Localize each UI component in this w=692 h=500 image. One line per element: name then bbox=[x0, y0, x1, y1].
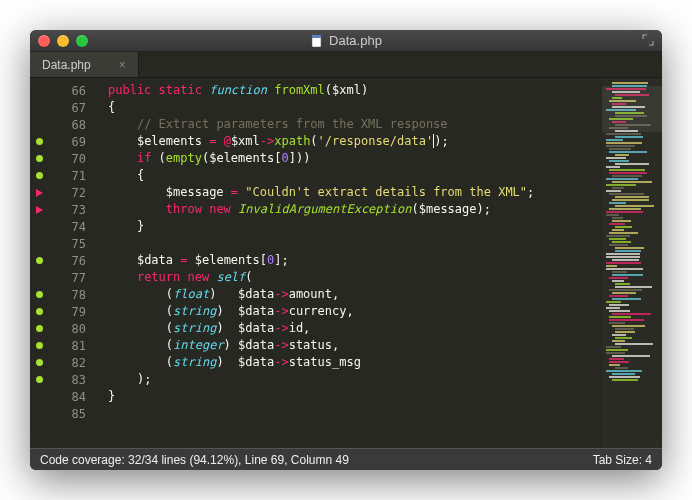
gutter-row[interactable]: 81 bbox=[30, 337, 100, 354]
coverage-covered-icon bbox=[36, 376, 43, 383]
tab-label: Data.php bbox=[42, 58, 91, 72]
line-number: 74 bbox=[48, 220, 100, 234]
gutter[interactable]: 6667686970717273747576777879808182838485 bbox=[30, 78, 100, 448]
traffic-lights bbox=[38, 35, 88, 47]
line-number: 67 bbox=[48, 101, 100, 115]
code-line[interactable]: throw new InvalidArgumentException($mess… bbox=[108, 201, 602, 218]
coverage-covered-icon bbox=[36, 172, 43, 179]
line-number: 76 bbox=[48, 254, 100, 268]
line-number: 85 bbox=[48, 407, 100, 421]
gutter-row[interactable]: 85 bbox=[30, 405, 100, 422]
coverage-covered-icon bbox=[36, 342, 43, 349]
editor-area: 6667686970717273747576777879808182838485… bbox=[30, 78, 662, 448]
gutter-row[interactable]: 66 bbox=[30, 82, 100, 99]
code-line[interactable]: (integer) $data->status, bbox=[108, 337, 602, 354]
line-number: 83 bbox=[48, 373, 100, 387]
line-number: 73 bbox=[48, 203, 100, 217]
line-number: 77 bbox=[48, 271, 100, 285]
gutter-row[interactable]: 74 bbox=[30, 218, 100, 235]
code-line[interactable]: $elements = @$xml->xpath('/response/data… bbox=[108, 133, 602, 150]
gutter-row[interactable]: 83 bbox=[30, 371, 100, 388]
minimap-viewport[interactable] bbox=[602, 86, 662, 132]
line-number: 70 bbox=[48, 152, 100, 166]
minimize-icon[interactable] bbox=[57, 35, 69, 47]
minimap[interactable] bbox=[602, 78, 662, 448]
line-number: 69 bbox=[48, 135, 100, 149]
gutter-row[interactable]: 68 bbox=[30, 116, 100, 133]
line-number: 84 bbox=[48, 390, 100, 404]
status-left[interactable]: Code coverage: 32/34 lines (94.12%), Lin… bbox=[40, 453, 349, 467]
line-number: 66 bbox=[48, 84, 100, 98]
gutter-row[interactable]: 77 bbox=[30, 269, 100, 286]
code-line[interactable]: $data = $elements[0]; bbox=[108, 252, 602, 269]
coverage-covered-icon bbox=[36, 155, 43, 162]
line-number: 79 bbox=[48, 305, 100, 319]
code-line[interactable]: { bbox=[108, 167, 602, 184]
gutter-row[interactable]: 70 bbox=[30, 150, 100, 167]
line-number: 81 bbox=[48, 339, 100, 353]
code-line[interactable]: return new self( bbox=[108, 269, 602, 286]
tab-data-php[interactable]: Data.php × bbox=[30, 52, 139, 77]
code-line[interactable]: (float) $data->amount, bbox=[108, 286, 602, 303]
document-icon bbox=[310, 34, 324, 48]
code-editor[interactable]: public static function fromXml($xml){ //… bbox=[100, 78, 602, 448]
line-number: 72 bbox=[48, 186, 100, 200]
coverage-covered-icon bbox=[36, 325, 43, 332]
svg-rect-0 bbox=[312, 35, 321, 47]
close-icon[interactable] bbox=[38, 35, 50, 47]
gutter-row[interactable]: 72 bbox=[30, 184, 100, 201]
coverage-uncovered-icon bbox=[36, 189, 43, 197]
line-number: 82 bbox=[48, 356, 100, 370]
gutter-row[interactable]: 79 bbox=[30, 303, 100, 320]
status-bar: Code coverage: 32/34 lines (94.12%), Lin… bbox=[30, 448, 662, 470]
coverage-covered-icon bbox=[36, 308, 43, 315]
line-number: 78 bbox=[48, 288, 100, 302]
coverage-covered-icon bbox=[36, 291, 43, 298]
code-line[interactable]: public static function fromXml($xml) bbox=[108, 82, 602, 99]
gutter-row[interactable]: 75 bbox=[30, 235, 100, 252]
code-line[interactable] bbox=[108, 235, 602, 252]
coverage-uncovered-icon bbox=[36, 206, 43, 214]
gutter-row[interactable]: 78 bbox=[30, 286, 100, 303]
fullscreen-icon[interactable] bbox=[642, 32, 654, 50]
code-line[interactable]: { bbox=[108, 99, 602, 116]
gutter-row[interactable]: 82 bbox=[30, 354, 100, 371]
line-number: 75 bbox=[48, 237, 100, 251]
gutter-row[interactable]: 80 bbox=[30, 320, 100, 337]
line-number: 71 bbox=[48, 169, 100, 183]
line-number: 80 bbox=[48, 322, 100, 336]
coverage-covered-icon bbox=[36, 138, 43, 145]
svg-rect-1 bbox=[312, 35, 321, 38]
editor-window: Data.php Data.php × 66676869707172737475… bbox=[30, 30, 662, 470]
gutter-row[interactable]: 69 bbox=[30, 133, 100, 150]
code-line[interactable] bbox=[108, 405, 602, 422]
titlebar-center: Data.php bbox=[30, 33, 662, 48]
tab-bar: Data.php × bbox=[30, 52, 662, 78]
coverage-covered-icon bbox=[36, 359, 43, 366]
close-icon[interactable]: × bbox=[119, 58, 126, 72]
gutter-row[interactable]: 71 bbox=[30, 167, 100, 184]
coverage-covered-icon bbox=[36, 257, 43, 264]
code-line[interactable]: (string) $data->status_msg bbox=[108, 354, 602, 371]
code-line[interactable]: } bbox=[108, 388, 602, 405]
line-number: 68 bbox=[48, 118, 100, 132]
code-line[interactable]: // Extract parameters from the XML respo… bbox=[108, 116, 602, 133]
code-line[interactable]: if (empty($elements[0])) bbox=[108, 150, 602, 167]
gutter-row[interactable]: 76 bbox=[30, 252, 100, 269]
code-line[interactable]: } bbox=[108, 218, 602, 235]
titlebar[interactable]: Data.php bbox=[30, 30, 662, 52]
code-line[interactable]: (string) $data->currency, bbox=[108, 303, 602, 320]
window-title: Data.php bbox=[329, 33, 382, 48]
code-line[interactable]: ); bbox=[108, 371, 602, 388]
code-line[interactable]: $message = "Couldn't extract details fro… bbox=[108, 184, 602, 201]
status-right[interactable]: Tab Size: 4 bbox=[593, 453, 652, 467]
gutter-row[interactable]: 84 bbox=[30, 388, 100, 405]
gutter-row[interactable]: 67 bbox=[30, 99, 100, 116]
code-line[interactable]: (string) $data->id, bbox=[108, 320, 602, 337]
gutter-row[interactable]: 73 bbox=[30, 201, 100, 218]
maximize-icon[interactable] bbox=[76, 35, 88, 47]
